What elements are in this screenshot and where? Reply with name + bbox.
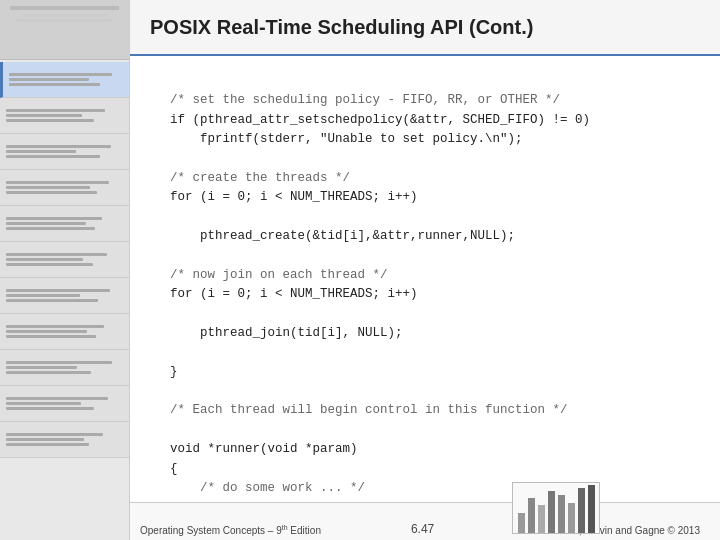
sidebar-lines-1 [9, 73, 123, 86]
sidebar-lines-7 [6, 289, 123, 302]
sidebar-item-6[interactable] [0, 242, 129, 278]
sidebar-item-4[interactable] [0, 170, 129, 206]
chart-bar-5 [558, 495, 565, 533]
code-line-1: /* set the scheduling policy - FIFO, RR,… [170, 93, 590, 502]
chart-bar-8 [588, 485, 595, 533]
sidebar-lines-10 [6, 397, 123, 410]
sidebar-lines-3 [6, 145, 123, 158]
footer: Operating System Concepts – 9th Edition … [130, 502, 720, 540]
sidebar-lines-2 [6, 109, 123, 122]
sidebar [0, 0, 130, 540]
footer-left-text: Operating System Concepts – 9th Edition [140, 524, 321, 536]
sidebar-item-8[interactable] [0, 314, 129, 350]
sidebar-item-7[interactable] [0, 278, 129, 314]
content-area: /* set the scheduling policy - FIFO, RR,… [130, 56, 720, 502]
chart-bar-1 [518, 513, 525, 533]
main-content: POSIX Real-Time Scheduling API (Cont.) /… [130, 0, 720, 540]
chart-bar-6 [568, 503, 575, 533]
title-bar: POSIX Real-Time Scheduling API (Cont.) [130, 0, 720, 56]
sidebar-item-5[interactable] [0, 206, 129, 242]
sidebar-item-11[interactable] [0, 422, 129, 458]
sidebar-lines-6 [6, 253, 123, 266]
sidebar-item-1[interactable] [0, 62, 129, 98]
sidebar-lines-5 [6, 217, 123, 230]
chart-bar-4 [548, 491, 555, 533]
sidebar-lines-4 [6, 181, 123, 194]
page-wrapper: POSIX Real-Time Scheduling API (Cont.) /… [0, 0, 720, 540]
sidebar-lines-8 [6, 325, 123, 338]
footer-page-number: 6.47 [411, 522, 434, 536]
sidebar-item-9[interactable] [0, 350, 129, 386]
chart-bar-2 [528, 498, 535, 533]
sidebar-lines-11 [6, 433, 123, 446]
chart-bar-7 [578, 488, 585, 533]
chart-bar-3 [538, 505, 545, 533]
sidebar-lines-9 [6, 361, 123, 374]
slide-title: POSIX Real-Time Scheduling API (Cont.) [150, 16, 533, 39]
code-block: /* set the scheduling policy - FIFO, RR,… [170, 72, 690, 502]
sidebar-item-10[interactable] [0, 386, 129, 422]
sidebar-item-2[interactable] [0, 98, 129, 134]
chart-area [512, 482, 600, 534]
sidebar-item-3[interactable] [0, 134, 129, 170]
sidebar-thumbnail-top [0, 0, 129, 60]
